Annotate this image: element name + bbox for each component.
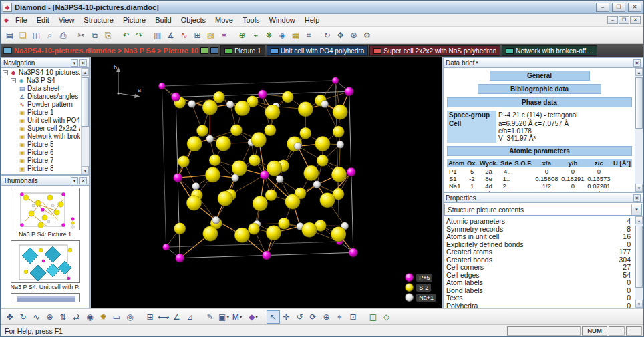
- picture-tab[interactable]: Super cell 2x2x2 with NaS polyhedron: [369, 45, 500, 56]
- copy-icon[interactable]: ⧉: [88, 29, 102, 42]
- center-view-icon[interactable]: ⌖: [333, 310, 347, 324]
- atomic-table-row[interactable]: S1 -2 8e 1.. 0.15808 0.18291 0.16573: [447, 175, 632, 182]
- new-picture-icon[interactable]: ▧: [204, 29, 218, 42]
- nav-tree-item[interactable]: ▣ Picture 7: [3, 157, 80, 165]
- zoom-tool-icon[interactable]: ⊕: [43, 310, 57, 324]
- collapse-icon[interactable]: −: [11, 78, 16, 83]
- breadcrumb[interactable]: Na3PS4-10-pictures.diamdoc > Na3 P S4 > …: [14, 47, 198, 55]
- undo-icon[interactable]: ↶: [120, 29, 133, 42]
- fill-style-icon[interactable]: ▣ ▾: [217, 310, 230, 324]
- wobble-tool-icon[interactable]: ∿: [30, 310, 43, 324]
- scroll-track[interactable]: [635, 76, 643, 184]
- perspective-icon[interactable]: ◇: [380, 310, 393, 324]
- new-document-icon[interactable]: ▤: [3, 29, 17, 42]
- redo-icon[interactable]: ↷: [133, 29, 146, 42]
- translate-icon[interactable]: ✥: [334, 29, 347, 42]
- spin-tool-icon[interactable]: ↻: [17, 310, 30, 324]
- nav-tree-item[interactable]: ▣ Picture 5: [3, 141, 80, 149]
- nav-tree-item[interactable]: ▣ Picture 9: [3, 173, 80, 175]
- menu-item[interactable]: View: [54, 15, 79, 25]
- panel-dropdown-icon[interactable]: ▾: [476, 60, 478, 65]
- scroll-down-icon[interactable]: ▼: [82, 166, 89, 174]
- property-row[interactable]: Symmetry records 8: [444, 226, 633, 234]
- property-row[interactable]: Atom labels 0: [444, 279, 633, 287]
- cut-icon[interactable]: ✂: [75, 29, 88, 42]
- add-atom-icon[interactable]: ⊕: [236, 29, 249, 42]
- nav-tree-item[interactable]: ∿ Powder pattern: [3, 101, 80, 109]
- viewport-icon[interactable]: ▭: [110, 310, 124, 324]
- thumbnail-super-cell[interactable]: [11, 293, 80, 302]
- structure-canvas[interactable]: b a: [91, 57, 442, 308]
- stereo-icon[interactable]: ◫: [367, 310, 380, 324]
- menu-item[interactable]: Window: [265, 15, 300, 25]
- nav-tree-root[interactable]: − ◆ Na3PS4-10-pictures.diamdoc: [3, 69, 80, 77]
- find-icon[interactable]: ⌕: [43, 29, 57, 42]
- model-style-icon[interactable]: M ▾: [230, 310, 244, 324]
- picture-tab[interactable]: Unit cell with PO4 polyhedra: [267, 45, 369, 56]
- render-style-icon[interactable]: ◆ ▾: [247, 310, 260, 324]
- menu-item[interactable]: File: [11, 15, 32, 25]
- scroll-thumb[interactable]: [82, 77, 89, 127]
- property-row[interactable]: Atoms in unit cell 16: [444, 233, 633, 241]
- light-icon[interactable]: ✹: [97, 310, 110, 324]
- fit-view-icon[interactable]: ⊡: [347, 310, 360, 324]
- atomic-table-row[interactable]: Na2 1 2b -4.. 0 0 1/2: [447, 190, 632, 192]
- minimize-button[interactable]: –: [596, 3, 609, 12]
- rotate-z-icon[interactable]: ⟳: [307, 310, 320, 324]
- settings-icon[interactable]: ⚙: [361, 29, 374, 42]
- atomic-table-row[interactable]: Na1 1 4d 2.. 1/2 0 0.07281: [447, 182, 632, 190]
- scroll-up-icon[interactable]: ▲: [635, 68, 643, 76]
- scroll-up-icon[interactable]: ▲: [635, 216, 643, 224]
- fill-cell-icon[interactable]: ▦: [289, 29, 303, 42]
- distances-angles-icon[interactable]: ∡: [164, 29, 178, 42]
- menu-item[interactable]: Move: [210, 15, 238, 25]
- polyhedra-icon[interactable]: ◈: [276, 29, 289, 42]
- panel-close-icon[interactable]: ✕: [633, 59, 641, 67]
- scroll-down-icon[interactable]: ▼: [635, 300, 643, 308]
- nav-tree-item[interactable]: ▣ Super cell 2x2x2 with: [3, 125, 80, 133]
- move-view-icon[interactable]: ✛: [280, 310, 293, 324]
- paste-icon[interactable]: ⎘: [102, 29, 115, 42]
- grid-icon[interactable]: ⊞: [144, 310, 157, 324]
- print-icon[interactable]: ⎙: [57, 29, 70, 42]
- panel-close-icon[interactable]: ✕: [633, 194, 641, 202]
- nav-tree-item[interactable]: ▣ Picture 6: [3, 149, 80, 157]
- scroll-track[interactable]: [82, 76, 89, 166]
- menu-item[interactable]: Structure: [79, 15, 118, 25]
- thumbnail-picture-1[interactable]: Na3 P S4: Picture 1: [11, 188, 80, 238]
- thumbnail-unit-cell[interactable]: Na3 P S4: Unit cell with P...: [11, 240, 80, 291]
- scroll-track[interactable]: [635, 224, 643, 300]
- panel-close-icon[interactable]: ✕: [79, 177, 87, 184]
- pencil-icon[interactable]: ✎: [204, 310, 217, 324]
- property-row[interactable]: Polyhedra 0: [444, 302, 633, 308]
- turn-tool-icon[interactable]: ⇄: [70, 310, 84, 324]
- close-button[interactable]: ✕: [628, 3, 641, 12]
- scroll-down-icon[interactable]: ▼: [635, 184, 643, 192]
- scroll-thumb[interactable]: [635, 226, 643, 288]
- properties-scrollbar[interactable]: ▲ ▼: [635, 216, 643, 308]
- measure-angle-icon[interactable]: ∠: [170, 310, 184, 324]
- menu-item[interactable]: Edit: [32, 15, 54, 25]
- assistant-icon[interactable]: ✶: [218, 29, 231, 42]
- zoom-view-icon[interactable]: ⊕: [320, 310, 333, 324]
- scroll-up-icon[interactable]: ▲: [82, 68, 89, 76]
- chevron-down-icon[interactable]: ▾: [631, 204, 641, 215]
- rotate-view-icon[interactable]: ↺: [293, 310, 307, 324]
- select-pointer-icon[interactable]: ↖: [267, 310, 280, 324]
- panel-menu-icon[interactable]: ▾: [71, 177, 78, 184]
- measure-torsion-icon[interactable]: ⊿: [184, 310, 197, 324]
- panel-close-icon[interactable]: ✕: [79, 59, 87, 67]
- navigation-scrollbar[interactable]: ▲ ▼: [81, 68, 89, 174]
- mdi-restore-button[interactable]: ❐: [619, 16, 629, 24]
- open-icon[interactable]: ❏: [17, 29, 30, 42]
- add-bond-icon[interactable]: ⌁: [249, 29, 263, 42]
- property-row[interactable]: Explicitely defined bonds 0: [444, 241, 633, 249]
- data-brief-scrollbar[interactable]: ▲ ▼: [635, 68, 643, 192]
- picture-tab[interactable]: Network with broken-off ...: [502, 45, 597, 56]
- property-row[interactable]: Atomic parameters 4: [444, 218, 633, 226]
- property-row[interactable]: Created atoms 177: [444, 248, 633, 256]
- property-row[interactable]: Cell edges 54: [444, 272, 633, 280]
- menu-item[interactable]: Picture: [118, 15, 150, 25]
- save-icon[interactable]: ◫: [30, 29, 43, 42]
- menu-item[interactable]: Tools: [238, 15, 265, 25]
